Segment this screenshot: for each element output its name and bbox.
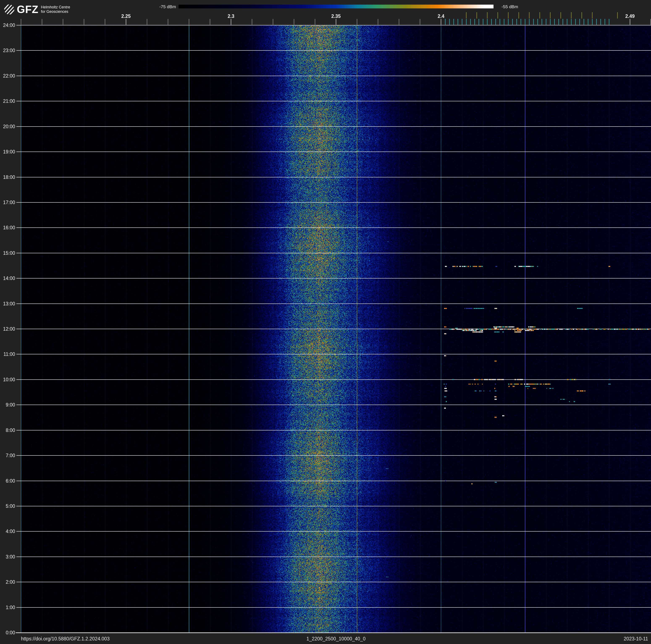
dataset-filename: 1_2200_2500_10000_40_0	[306, 636, 365, 642]
time-tick-label: 23:00	[0, 48, 15, 53]
time-tick-label: 5:00	[0, 503, 15, 509]
time-tick-label: 12:00	[0, 326, 15, 332]
time-tick-label: 19:00	[0, 149, 15, 155]
time-tick-label: 14:00	[0, 275, 15, 281]
brand-name: GFZ	[17, 3, 38, 16]
gfz-logo: GFZ Helmholtz Centre for Geosciences	[4, 3, 70, 16]
time-tick-label: 0:00	[0, 630, 15, 636]
time-tick-label: 8:00	[0, 427, 15, 433]
time-tick-label: 24:00	[0, 23, 15, 28]
time-tick-label: 2:00	[0, 579, 15, 585]
doi-link[interactable]: https://doi.org/10.5880/GFZ.1.2.2024.003	[21, 636, 110, 642]
time-tick-label: 18:00	[0, 174, 15, 180]
time-tick-label: 11:00	[0, 351, 15, 357]
freq-tick-label: 2.4	[438, 13, 444, 19]
time-tick-label: 15:00	[0, 250, 15, 256]
time-tick-label: 16:00	[0, 225, 15, 231]
time-tick-label: 7:00	[0, 453, 15, 459]
time-tick-label: 10:00	[0, 377, 15, 382]
colorbar-max-label: -55 dBm	[501, 4, 518, 9]
freq-tick-label: 2.25	[121, 13, 131, 19]
time-tick-label: 6:00	[0, 478, 15, 484]
time-tick-label: 3:00	[0, 554, 15, 559]
freq-tick-label: 2.3	[228, 13, 235, 19]
time-tick-label: 17:00	[0, 200, 15, 205]
time-tick-label: 13:00	[0, 301, 15, 306]
spectrogram-plot	[0, 0, 651, 644]
time-tick-label: 21:00	[0, 98, 15, 104]
time-tick-label: 4:00	[0, 529, 15, 534]
time-tick-label: 22:00	[0, 73, 15, 79]
colorbar	[179, 5, 494, 8]
colorbar-min-label: -75 dBm	[159, 4, 176, 9]
org-line2: for Geosciences	[41, 9, 70, 14]
date-label: 2023-10-11	[624, 636, 648, 642]
time-tick-label: 20:00	[0, 124, 15, 129]
time-tick-label: 9:00	[0, 402, 15, 408]
freq-tick-label: 2.35	[331, 13, 341, 19]
org-name: Helmholtz Centre for Geosciences	[41, 5, 70, 14]
freq-tick-label: 2.49	[625, 13, 635, 19]
org-line1: Helmholtz Centre	[41, 5, 70, 9]
time-tick-label: 1:00	[0, 605, 15, 610]
gfz-logo-mark-icon	[4, 4, 15, 15]
